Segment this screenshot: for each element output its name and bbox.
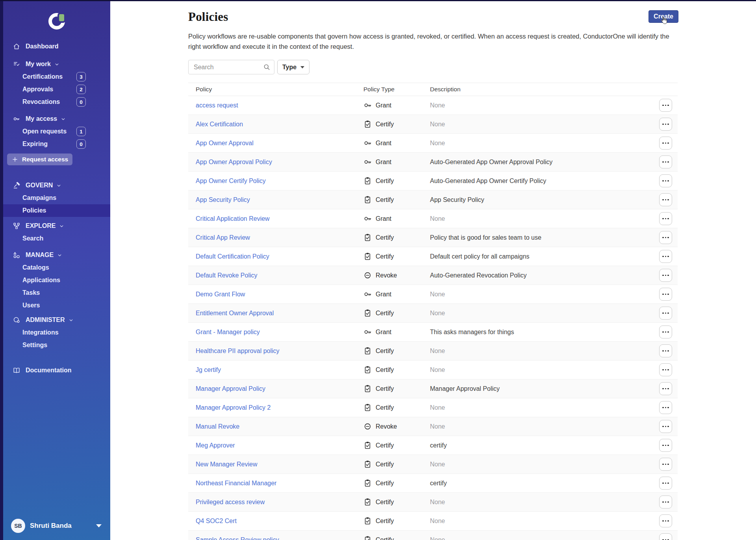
policy-link[interactable]: Manager Approval Policy 2 — [196, 404, 271, 411]
row-actions-button[interactable] — [659, 118, 672, 131]
row-actions-button[interactable] — [659, 250, 672, 263]
row-actions-button[interactable] — [659, 514, 672, 527]
sidebar-item-dashboard[interactable]: Dashboard — [3, 40, 110, 53]
sidebar-item-applications[interactable]: Applications — [3, 274, 110, 287]
sidebar-item-documentation[interactable]: Documentation — [3, 364, 110, 377]
policy-link[interactable]: App Owner Certify Policy — [196, 178, 266, 184]
user-menu[interactable]: SB Shruti Banda — [3, 517, 110, 540]
table-row: Critical Application ReviewGrantNone — [188, 209, 678, 228]
policy-link[interactable]: Healthcare PII approval policy — [196, 348, 280, 354]
policy-link[interactable]: Jg certify — [196, 366, 221, 373]
row-actions-button[interactable] — [659, 99, 672, 112]
row-actions-button[interactable] — [659, 231, 672, 244]
policy-description: certify — [430, 442, 653, 449]
row-actions-button[interactable] — [659, 307, 672, 320]
clipboard-check-icon — [363, 233, 372, 242]
policy-link[interactable]: App Security Policy — [196, 196, 250, 203]
sidebar-item-search[interactable]: Search — [3, 232, 110, 245]
row-actions-button[interactable] — [659, 382, 672, 395]
column-header-policy: Policy — [196, 86, 363, 93]
row-actions-button[interactable] — [659, 363, 672, 376]
sidebar-item-label: Revocations — [22, 98, 60, 105]
sidebar-item-policies[interactable]: Policies — [3, 204, 110, 217]
sidebar-section-my-work[interactable]: My work — [3, 58, 110, 70]
search-input[interactable] — [188, 60, 274, 74]
policy-link[interactable]: Meg Approver — [196, 442, 235, 449]
policy-link[interactable]: New Manager Review — [196, 461, 258, 468]
policy-description: None — [430, 518, 653, 525]
clipboard-check-icon — [363, 347, 372, 355]
sidebar-item-approvals[interactable]: Approvals 2 — [3, 83, 110, 96]
policy-link[interactable]: Alex Certification — [196, 121, 243, 128]
policy-link[interactable]: App Owner Approval — [196, 140, 254, 146]
policy-link[interactable]: Critical Application Review — [196, 215, 270, 222]
sidebar-item-certifications[interactable]: Certifications 3 — [3, 70, 110, 83]
row-actions-button[interactable] — [659, 212, 672, 225]
table-row: Default Revoke PolicyRevokeAuto-Generate… — [188, 266, 678, 285]
policy-link[interactable]: Manager Approval Policy — [196, 385, 265, 392]
table-row: Q4 SOC2 CertCertifyNone — [188, 512, 678, 531]
row-actions-button[interactable] — [659, 344, 672, 357]
row-actions-button[interactable] — [659, 269, 672, 282]
policy-link[interactable]: Manual Revoke — [196, 423, 239, 430]
clipboard-check-icon — [363, 441, 372, 449]
row-actions-button[interactable] — [659, 137, 672, 150]
row-actions-button[interactable] — [659, 533, 672, 540]
chevron-down-icon — [56, 183, 61, 188]
sidebar-item-catalogs[interactable]: Catalogs — [3, 261, 110, 274]
policy-link[interactable]: App Owner Approval Policy — [196, 159, 272, 165]
row-actions-button[interactable] — [659, 325, 672, 338]
sidebar-section-administer[interactable]: ADMINISTER — [3, 314, 110, 326]
row-actions-button[interactable] — [659, 401, 672, 414]
policy-description: None — [430, 310, 653, 317]
policy-link[interactable]: Demo Grant Flow — [196, 291, 245, 298]
type-filter-label: Type — [282, 64, 296, 71]
row-actions-button[interactable] — [659, 458, 672, 471]
row-actions-button[interactable] — [659, 439, 672, 452]
policy-link[interactable]: Sample Access Review policy — [196, 536, 279, 540]
policy-link[interactable]: Northeast Financial Manager — [196, 480, 276, 486]
sidebar-item-open-requests[interactable]: Open requests 1 — [3, 125, 110, 138]
policy-link[interactable]: Critical App Review — [196, 234, 250, 241]
sidebar-item-campaigns[interactable]: Campaigns — [3, 192, 110, 204]
table-row: Meg ApproverCertifycertify — [188, 436, 678, 455]
policy-link[interactable]: Q4 SOC2 Cert — [196, 518, 237, 524]
sidebar-item-tasks[interactable]: Tasks — [3, 287, 110, 299]
policy-link[interactable]: Privileged access review — [196, 499, 265, 505]
clipboard-check-icon — [363, 385, 372, 393]
policy-link[interactable]: Entitlement Owner Approval — [196, 310, 274, 316]
clipboard-check-icon — [363, 460, 372, 468]
type-filter-dropdown[interactable]: Type — [277, 60, 309, 74]
policy-type-label: Revoke — [376, 272, 397, 279]
row-actions-button[interactable] — [659, 496, 672, 509]
policy-link[interactable]: access request — [196, 102, 238, 109]
sidebar-section-explore[interactable]: EXPLORE — [3, 220, 110, 232]
window-left-edge — [0, 0, 3, 540]
sidebar-item-integrations[interactable]: Integrations — [3, 326, 110, 339]
policy-link[interactable]: Default Revoke Policy — [196, 272, 258, 279]
policy-description: None — [430, 536, 653, 540]
policy-type-label: Certify — [376, 442, 394, 449]
sidebar-item-users[interactable]: Users — [3, 299, 110, 312]
policy-link[interactable]: Default Certification Policy — [196, 253, 269, 260]
policy-link[interactable]: Grant - Manager policy — [196, 329, 260, 335]
policy-type-label: Certify — [376, 385, 394, 392]
sidebar-item-revocations[interactable]: Revocations 0 — [3, 96, 110, 108]
sidebar-item-settings[interactable]: Settings — [3, 339, 110, 351]
sidebar-item-label: Applications — [22, 277, 60, 284]
sidebar-section-manage[interactable]: MANAGE — [3, 249, 110, 261]
request-access-button[interactable]: Request access — [7, 153, 72, 165]
row-actions-button[interactable] — [659, 420, 672, 433]
row-actions-button[interactable] — [659, 193, 672, 206]
count-badge: 3 — [76, 72, 86, 81]
sidebar-section-my-access[interactable]: My access — [3, 113, 110, 125]
policy-description: None — [430, 348, 653, 355]
user-name: Shruti Banda — [30, 522, 72, 530]
row-actions-button[interactable] — [659, 288, 672, 301]
row-actions-button[interactable] — [659, 477, 672, 490]
sidebar-item-expiring[interactable]: Expiring 0 — [3, 138, 110, 150]
table-row: Northeast Financial ManagerCertifycertif… — [188, 474, 678, 493]
sidebar-section-govern[interactable]: GOVERN — [3, 179, 110, 192]
row-actions-button[interactable] — [659, 155, 672, 168]
row-actions-button[interactable] — [659, 174, 672, 187]
